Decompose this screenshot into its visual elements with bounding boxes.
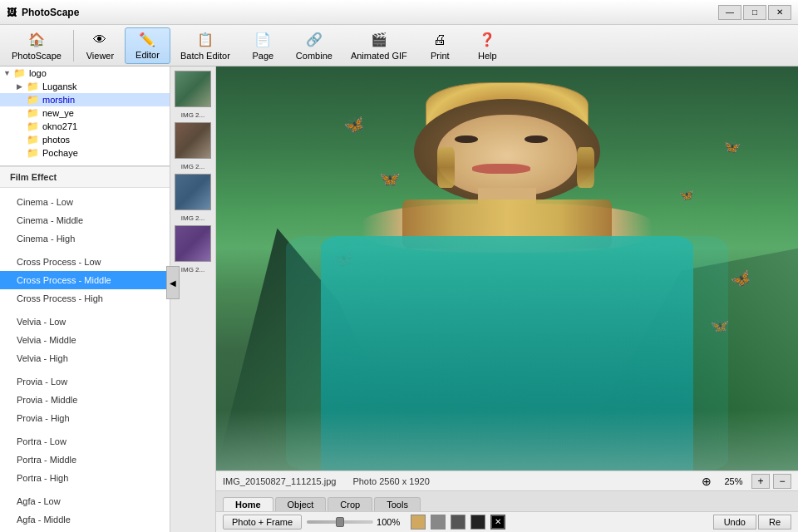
effect-cross-low[interactable]: Cross Process - Low	[0, 253, 170, 271]
close-button[interactable]: ✕	[768, 5, 791, 20]
effect-agfa-high[interactable]: Agfa - High	[0, 529, 170, 532]
effect-cross-middle[interactable]: Cross Process - Middle	[0, 271, 170, 289]
effect-velvia-low[interactable]: Velvia - Low	[0, 313, 170, 331]
photo-display: 🦋 🦋 🦋 🦋 🦋 🦋 🦋	[216, 66, 798, 470]
toolbar-print[interactable]: 🖨 Print	[417, 27, 463, 64]
photo-frame-label: Photo + Frame	[232, 517, 293, 527]
color-swatch-1[interactable]	[411, 515, 426, 530]
tree-label-morshin: morshin	[42, 95, 75, 105]
toolbar-photoscape[interactable]: 🏠 PhotoScape	[3, 27, 70, 64]
effect-cross-high[interactable]: Cross Process - High	[0, 289, 170, 308]
title-bar-left: 🖼 PhotoScape	[7, 7, 79, 18]
lips	[472, 164, 530, 174]
color-swatch-3[interactable]	[451, 515, 466, 530]
effect-cinema-low[interactable]: Cinema - Low	[0, 193, 170, 211]
left-panel: ▼ 📁 logo ▶ 📁 Lugansk 📁 morshin 📁 new_ye	[0, 66, 170, 532]
zoom-out-button[interactable]: −	[773, 474, 791, 489]
tree-label-logo: logo	[29, 68, 47, 78]
tab-tools[interactable]: Tools	[374, 497, 421, 511]
effect-portra-middle[interactable]: Portra - Middle	[0, 451, 170, 469]
tree-label-pochaye: Pochaye	[42, 148, 78, 158]
effects-panel: Film Effect Cinema - Low Cinema - Middle…	[0, 166, 170, 532]
earring-right	[577, 147, 594, 188]
app-title: PhotoScape	[22, 7, 79, 18]
folder-icon: 📁	[27, 94, 39, 106]
toolbar-gif[interactable]: 🎬 Animated GIF	[342, 27, 416, 64]
collapse-panel-button[interactable]: ◀	[166, 266, 180, 299]
effect-velvia-high[interactable]: Velvia - High	[0, 349, 170, 367]
toolbar-photoscape-label: PhotoScape	[12, 51, 62, 61]
effect-provia-high[interactable]: Provia - High	[0, 409, 170, 427]
folder-icon: 📁	[27, 107, 39, 119]
page-icon: 📄	[254, 31, 272, 49]
canvas-area: 🦋 🦋 🦋 🦋 🦋 🦋 🦋	[216, 66, 798, 532]
tree-item-logo[interactable]: ▼ 📁 logo	[0, 66, 170, 80]
effect-cinema-high[interactable]: Cinema - High	[0, 229, 170, 248]
photo-thumb-1[interactable]	[175, 71, 211, 107]
tree-arrow: ▶	[17, 82, 27, 91]
slider-thumb	[336, 517, 344, 527]
tree-label-newye: new_ye	[42, 108, 74, 118]
photo-thumb-3[interactable]	[175, 174, 211, 210]
toolbar-page-label: Page	[253, 51, 274, 61]
batch-icon: 📋	[196, 31, 214, 49]
undo-button[interactable]: Undo	[713, 515, 756, 530]
effect-cinema-middle[interactable]: Cinema - Middle	[0, 211, 170, 229]
photo-thumb-label-2: IMG 2...	[172, 163, 214, 170]
toolbar-separator-1	[73, 30, 74, 62]
toolbar-print-label: Print	[431, 51, 450, 61]
toolbar-page[interactable]: 📄 Page	[240, 27, 286, 64]
toolbar-editor[interactable]: ✏️ Editor	[125, 27, 170, 64]
maximize-button[interactable]: □	[743, 5, 766, 20]
tree-item-lugansk[interactable]: ▶ 📁 Lugansk	[0, 80, 170, 93]
tab-home[interactable]: Home	[223, 497, 273, 511]
toolbar-viewer[interactable]: 👁 Viewer	[77, 27, 123, 64]
fog-overlay	[216, 410, 798, 470]
photo-canvas: 🦋 🦋 🦋 🦋 🦋 🦋 🦋	[216, 66, 798, 470]
effect-portra-high[interactable]: Portra - High	[0, 469, 170, 487]
redo-button[interactable]: Re	[758, 515, 791, 530]
zoom-level: 25%	[719, 476, 748, 486]
zoom-in-button[interactable]: +	[751, 474, 770, 489]
effect-provia-low[interactable]: Provia - Low	[0, 372, 170, 391]
tree-item-okno[interactable]: 📁 okno271	[0, 120, 170, 133]
zoom-fit-icon[interactable]: ⊕	[697, 474, 716, 489]
tree-item-morshin[interactable]: 📁 morshin	[0, 93, 170, 106]
photo-thumb-2[interactable]	[175, 122, 211, 159]
opacity-slider[interactable]	[307, 520, 373, 524]
toolbar-help[interactable]: ❓ Help	[465, 27, 510, 64]
tree-item-pochaye[interactable]: 📁 Pochaye	[0, 146, 170, 160]
app-icon: 🖼	[7, 7, 17, 18]
butterfly-2: 🦋	[377, 166, 401, 190]
folder-icon: 📁	[27, 121, 39, 132]
butterfly-7: 🦋	[679, 188, 693, 201]
photo-thumb-4[interactable]	[175, 225, 211, 262]
photo-frame-button[interactable]: Photo + Frame	[223, 515, 302, 530]
minimize-button[interactable]: —	[718, 5, 741, 20]
color-swatch-5[interactable]: ✕	[490, 515, 505, 530]
effect-agfa-middle[interactable]: Agfa - Middle	[0, 510, 170, 529]
color-swatch-4[interactable]	[470, 515, 485, 530]
toolbar-combine-label: Combine	[296, 51, 332, 61]
effect-provia-middle[interactable]: Provia - Middle	[0, 391, 170, 409]
color-swatch-2[interactable]	[431, 515, 446, 530]
photo-size-label: Photo 2560 x 1920	[352, 476, 429, 486]
main-layout: ▼ 📁 logo ▶ 📁 Lugansk 📁 morshin 📁 new_ye	[0, 66, 798, 532]
tree-item-newye[interactable]: 📁 new_ye	[0, 106, 170, 120]
tree-item-photos[interactable]: 📁 photos	[0, 133, 170, 146]
effect-velvia-middle[interactable]: Velvia - Middle	[0, 331, 170, 349]
effect-portra-low[interactable]: Portra - Low	[0, 432, 170, 451]
toolbar-batch[interactable]: 📋 Batch Editor	[172, 27, 239, 64]
tab-object[interactable]: Object	[275, 497, 327, 511]
photo-thumb-label-3: IMG 2...	[172, 214, 214, 222]
slider-container: 100%	[307, 517, 406, 527]
toolbar-combine[interactable]: 🔗 Combine	[288, 27, 341, 64]
gif-icon: 🎬	[370, 31, 388, 49]
effect-agfa-low[interactable]: Agfa - Low	[0, 492, 170, 510]
tree-label-photos: photos	[42, 135, 70, 145]
tab-crop[interactable]: Crop	[328, 497, 372, 511]
toolbar-help-label: Help	[478, 51, 497, 61]
tree-arrow: ▼	[3, 69, 13, 77]
bottom-tabs: Home Object Crop Tools	[216, 491, 798, 511]
toolbar-batch-label: Batch Editor	[180, 51, 230, 61]
